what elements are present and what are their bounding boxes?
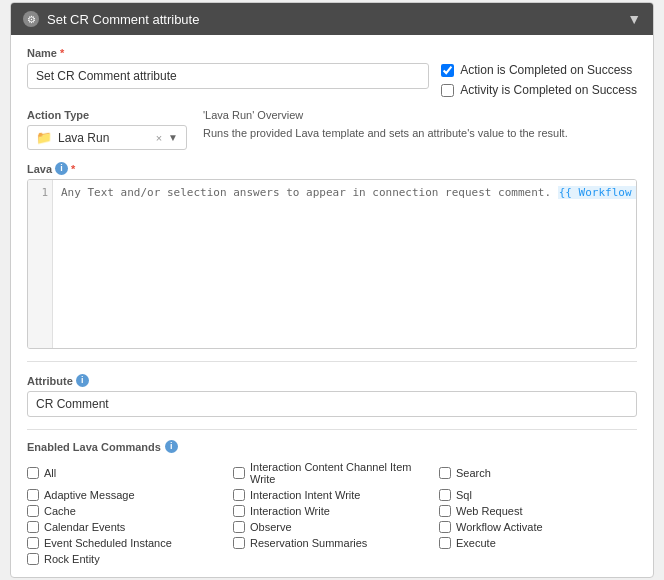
lava-overview-title: 'Lava Run' Overview: [203, 109, 637, 121]
checkboxes-section: Action is Completed on Success Activity …: [441, 47, 637, 97]
activity-completed-row: Activity is Completed on Success: [441, 83, 637, 97]
command-item: Observe: [233, 521, 431, 533]
header-left: ⚙ Set CR Comment attribute: [23, 11, 199, 27]
name-label: Name *: [27, 47, 429, 59]
action-completed-label: Action is Completed on Success: [460, 63, 632, 77]
select-clear-button[interactable]: ×: [156, 132, 162, 144]
name-input[interactable]: [27, 63, 429, 89]
command-label: Interaction Content Channel Item Write: [250, 461, 431, 485]
commands-info-icon[interactable]: i: [165, 440, 178, 453]
lava-label: Lava i *: [27, 162, 637, 175]
command-label: Observe: [250, 521, 292, 533]
command-item: Execute: [439, 537, 637, 549]
command-item: Interaction Content Channel Item Write: [233, 461, 431, 485]
lava-required: *: [71, 163, 75, 175]
lava-editor[interactable]: 1 Any Text and/or selection answers to a…: [27, 179, 637, 349]
command-label: Reservation Summaries: [250, 537, 367, 549]
command-checkbox[interactable]: [439, 489, 451, 501]
command-checkbox[interactable]: [439, 521, 451, 533]
command-item: Workflow Activate: [439, 521, 637, 533]
line-numbers: 1: [28, 180, 53, 348]
command-checkbox[interactable]: [27, 553, 39, 565]
action-type-section: Action Type 📁 Lava Run × ▼: [27, 109, 187, 150]
command-label: All: [44, 467, 56, 479]
command-item: Adaptive Message: [27, 489, 225, 501]
name-section: Name *: [27, 47, 429, 97]
action-type-label: Action Type: [27, 109, 187, 121]
command-label: Event Scheduled Instance: [44, 537, 172, 549]
command-checkbox[interactable]: [439, 505, 451, 517]
command-item: Search: [439, 461, 637, 485]
command-label: Adaptive Message: [44, 489, 135, 501]
action-type-row: Action Type 📁 Lava Run × ▼ 'Lava Run' Ov…: [27, 109, 637, 150]
command-checkbox[interactable]: [439, 537, 451, 549]
command-item: Event Scheduled Instance: [27, 537, 225, 549]
command-checkbox[interactable]: [233, 489, 245, 501]
code-plain-text: Any Text and/or selection answers to app…: [61, 186, 558, 199]
attribute-info-icon[interactable]: i: [76, 374, 89, 387]
folder-icon: 📁: [36, 130, 52, 145]
action-completed-checkbox[interactable]: [441, 64, 454, 77]
commands-grid: AllInteraction Content Channel Item Writ…: [27, 461, 637, 565]
command-label: Sql: [456, 489, 472, 501]
code-lava-text: {{ Workflow | Attribute:'SelectionCommen…: [558, 186, 636, 199]
lava-editor-content: 1 Any Text and/or selection answers to a…: [28, 180, 636, 348]
name-required: *: [60, 47, 64, 59]
code-area[interactable]: Any Text and/or selection answers to app…: [53, 180, 636, 348]
command-label: Cache: [44, 505, 76, 517]
lava-overview-section: 'Lava Run' Overview Runs the provided La…: [203, 109, 637, 150]
panel-title: Set CR Comment attribute: [47, 12, 199, 27]
action-type-select[interactable]: 📁 Lava Run × ▼: [27, 125, 187, 150]
attribute-input[interactable]: [27, 391, 637, 417]
attribute-label: Attribute i: [27, 374, 637, 387]
command-checkbox[interactable]: [233, 521, 245, 533]
command-item: Rock Entity: [27, 553, 225, 565]
command-checkbox[interactable]: [233, 467, 245, 479]
command-checkbox[interactable]: [27, 467, 39, 479]
main-panel: ⚙ Set CR Comment attribute ▼ Name * Acti…: [10, 2, 654, 578]
command-item: All: [27, 461, 225, 485]
command-checkbox[interactable]: [27, 537, 39, 549]
command-item: Reservation Summaries: [233, 537, 431, 549]
command-item: Cache: [27, 505, 225, 517]
command-label: Interaction Intent Write: [250, 489, 360, 501]
command-checkbox[interactable]: [233, 505, 245, 517]
command-checkbox[interactable]: [233, 537, 245, 549]
activity-completed-label: Activity is Completed on Success: [460, 83, 637, 97]
command-checkbox[interactable]: [439, 467, 451, 479]
panel-header: ⚙ Set CR Comment attribute ▼: [11, 3, 653, 35]
attribute-section: Attribute i: [27, 361, 637, 417]
action-completed-row: Action is Completed on Success: [441, 63, 637, 77]
command-checkbox[interactable]: [27, 489, 39, 501]
command-item: Web Request: [439, 505, 637, 517]
command-label: Workflow Activate: [456, 521, 543, 533]
command-checkbox[interactable]: [27, 505, 39, 517]
select-arrow-icon[interactable]: ▼: [168, 132, 178, 143]
lava-field-row: Lava i * 1 Any Text and/or selection ans…: [27, 162, 637, 349]
commands-label: Enabled Lava Commands i: [27, 440, 637, 453]
command-item: Calendar Events: [27, 521, 225, 533]
panel-body: Name * Action is Completed on Success Ac…: [11, 35, 653, 577]
command-label: Web Request: [456, 505, 522, 517]
top-row: Name * Action is Completed on Success Ac…: [27, 47, 637, 97]
filter-icon[interactable]: ▼: [627, 11, 641, 27]
command-label: Calendar Events: [44, 521, 125, 533]
enabled-commands-section: Enabled Lava Commands i AllInteraction C…: [27, 429, 637, 565]
command-item: Sql: [439, 489, 637, 501]
activity-completed-checkbox[interactable]: [441, 84, 454, 97]
command-label: Interaction Write: [250, 505, 330, 517]
panel-icon: ⚙: [23, 11, 39, 27]
command-label: Execute: [456, 537, 496, 549]
lava-overview-text: Runs the provided Lava template and sets…: [203, 125, 637, 142]
command-item: Interaction Intent Write: [233, 489, 431, 501]
command-item: Interaction Write: [233, 505, 431, 517]
command-label: Search: [456, 467, 491, 479]
command-label: Rock Entity: [44, 553, 100, 565]
action-type-value: Lava Run: [58, 131, 150, 145]
lava-info-icon[interactable]: i: [55, 162, 68, 175]
command-checkbox[interactable]: [27, 521, 39, 533]
